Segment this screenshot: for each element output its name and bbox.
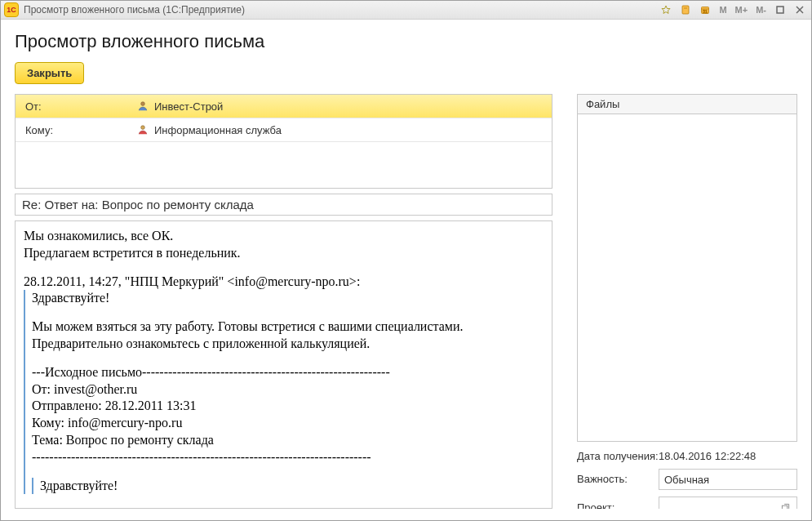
calculator-icon[interactable] bbox=[677, 2, 694, 17]
memory-m-button[interactable]: M bbox=[717, 2, 729, 17]
person-icon bbox=[137, 124, 149, 136]
project-label: Проект: bbox=[577, 501, 659, 510]
received-label: Дата получения: bbox=[577, 450, 659, 462]
from-value: Инвест-Строй bbox=[154, 100, 552, 113]
calendar-icon[interactable]: 31 bbox=[697, 2, 713, 17]
memory-mminus-button[interactable]: M- bbox=[753, 2, 769, 17]
files-header: Файлы bbox=[577, 94, 797, 114]
importance-field[interactable]: Обычная bbox=[659, 469, 797, 490]
favorite-icon[interactable] bbox=[658, 2, 674, 17]
app-icon-1c: 1C bbox=[4, 2, 19, 17]
project-field[interactable] bbox=[659, 497, 797, 509]
titlebar: 1C Просмотр вложенного письма (1С:Предпр… bbox=[1, 1, 811, 20]
body-line: Тема: Вопрос по ремонту склада bbox=[32, 432, 544, 449]
svg-rect-9 bbox=[777, 7, 783, 13]
files-list[interactable] bbox=[577, 114, 797, 442]
body-line: ----------------------------------------… bbox=[32, 449, 544, 466]
app-window: 1C Просмотр вложенного письма (1С:Предпр… bbox=[0, 0, 812, 521]
importance-value: Обычная bbox=[664, 474, 709, 486]
svg-rect-6 bbox=[702, 7, 709, 14]
svg-line-11 bbox=[796, 7, 803, 13]
body-line: Отправлено: 28.12.2011 13:31 bbox=[32, 398, 544, 415]
body-line: ---Исходное письмо----------------------… bbox=[32, 364, 544, 381]
body-line: Мы ознакомились, все ОК. bbox=[24, 228, 544, 245]
body-box: Мы ознакомились, все ОК. Предлагаем встр… bbox=[15, 220, 552, 509]
importance-label: Важность: bbox=[577, 473, 659, 486]
from-label: От: bbox=[16, 100, 131, 113]
page-title: Просмотр вложенного письма bbox=[15, 31, 797, 52]
window-title: Просмотр вложенного письма (1С:Предприят… bbox=[24, 4, 245, 16]
svg-text:31: 31 bbox=[703, 9, 708, 14]
body-line: Здравствуйте! bbox=[40, 478, 544, 495]
close-button[interactable]: Закрыть bbox=[15, 62, 84, 84]
meta-received: Дата получения: 18.04.2016 12:22:48 bbox=[577, 450, 797, 462]
header-row-from[interactable]: От: Инвест-Строй bbox=[16, 95, 552, 118]
to-label: Кому: bbox=[16, 124, 131, 136]
header-row-to[interactable]: Кому: Информационная служба bbox=[16, 118, 552, 142]
subject-field: Re: Ответ на: Вопрос по ремонту склада bbox=[15, 194, 552, 216]
maximize-icon[interactable] bbox=[772, 2, 788, 17]
memory-mplus-button[interactable]: M+ bbox=[733, 2, 751, 17]
open-icon[interactable] bbox=[779, 501, 792, 509]
body-line: Предлагаем встретится в понедельник. bbox=[24, 245, 544, 262]
headers-box: От: Инвест-Строй Кому: Информационная сл… bbox=[15, 94, 552, 189]
svg-marker-0 bbox=[662, 6, 670, 14]
to-value: Информационная служба bbox=[154, 124, 552, 136]
body-line: Кому: info@mercury-npo.ru bbox=[32, 415, 544, 432]
svg-rect-1 bbox=[682, 6, 689, 14]
body-scroll[interactable]: Мы ознакомились, все ОК. Предлагаем встр… bbox=[16, 221, 552, 508]
body-line: 28.12.2011, 14:27, "НПЦ Меркурий" <info@… bbox=[24, 274, 544, 291]
received-value: 18.04.2016 12:22:48 bbox=[659, 450, 797, 462]
body-line: Здравствуйте! bbox=[32, 290, 544, 307]
body-line: От: invest@other.ru bbox=[32, 381, 544, 399]
svg-point-12 bbox=[141, 102, 145, 106]
close-icon[interactable] bbox=[792, 2, 808, 17]
svg-point-13 bbox=[141, 126, 145, 130]
svg-line-10 bbox=[796, 7, 803, 13]
body-line: Мы можем взяться за эту работу. Готовы в… bbox=[32, 318, 544, 336]
person-icon bbox=[137, 100, 149, 112]
svg-rect-14 bbox=[782, 505, 787, 509]
body-line: Предварительно ознакомьтесь с приложенно… bbox=[32, 336, 544, 353]
